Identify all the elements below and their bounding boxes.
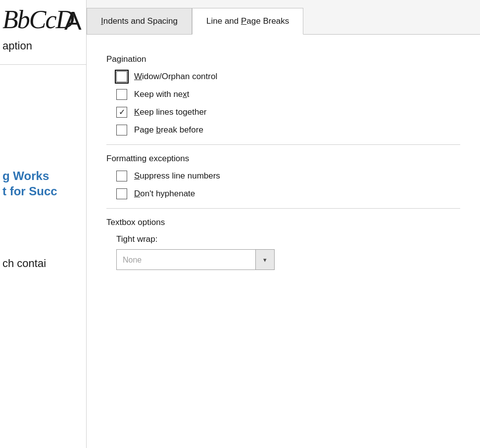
blue-line1: g Works <box>2 168 84 183</box>
blue-line2: t for Succ <box>2 183 84 199</box>
suppress-line-numbers-row[interactable]: Suppress line numbers <box>116 171 460 181</box>
textbox-options-header: Textbox options <box>106 218 460 227</box>
tight-wrap-select[interactable]: None All First and last paragraphs First… <box>116 249 256 270</box>
textbox-options-section: Textbox options Tight wrap: None All Fir… <box>106 218 460 270</box>
letter-a-sample: A <box>64 6 82 36</box>
page-break-before-row[interactable]: Page break before <box>116 125 460 135</box>
suppress-line-numbers-label: Suppress line numbers <box>134 171 220 181</box>
font-preview-italic: BbCcD <box>2 5 73 34</box>
blue-text-block: g Works t for Succ <box>0 168 87 199</box>
pagination-checkboxes: Widow/Orphan control Keep with next Keep… <box>116 71 460 135</box>
tight-wrap-dropdown-container: None All First and last paragraphs First… <box>116 249 275 270</box>
formatting-exceptions-header: Formatting exceptions <box>106 154 460 164</box>
tab-bar: Indents and Spacing Line and Page Breaks <box>87 0 480 35</box>
tight-wrap-dropdown-arrow[interactable]: ▾ <box>256 249 275 270</box>
keep-lines-together-row[interactable]: Keep lines together <box>116 107 460 118</box>
tab-page-underline-char: P <box>241 16 246 26</box>
keep-with-next-row[interactable]: Keep with next <box>116 89 460 100</box>
caption-text: aption <box>2 40 32 52</box>
left-divider <box>0 64 87 65</box>
tight-wrap-label: Tight wrap: <box>116 234 460 244</box>
widow-orphan-label: Widow/Orphan control <box>134 72 217 82</box>
keep-lines-together-checkbox[interactable] <box>116 107 127 118</box>
page-break-before-checkbox[interactable] <box>116 125 127 135</box>
body-text-preview: ch contai <box>0 257 87 270</box>
tab-line-breaks-label: Line and Page Breaks <box>206 16 289 26</box>
widow-orphan-row[interactable]: Widow/Orphan control <box>116 71 460 82</box>
dont-hyphenate-label: Don't hyphenate <box>134 189 195 199</box>
divider-1 <box>106 144 460 145</box>
left-panel: BbCcD A aption g Works t for Succ ch con… <box>0 0 87 448</box>
dialog-panel: Indents and Spacing Line and Page Breaks… <box>87 0 480 448</box>
chevron-down-icon: ▾ <box>263 256 267 264</box>
tab-indents-underline-char: I <box>101 16 103 26</box>
keep-lines-together-label: Keep lines together <box>134 107 207 117</box>
pagination-header: Pagination <box>106 54 460 64</box>
tab-indents-and-spacing[interactable]: Indents and Spacing <box>87 8 192 35</box>
widow-orphan-checkbox[interactable] <box>116 71 127 82</box>
suppress-line-numbers-checkbox[interactable] <box>116 171 127 181</box>
dont-hyphenate-checkbox[interactable] <box>116 188 127 199</box>
italic-sample: BbCcD <box>2 5 73 34</box>
formatting-exceptions-checkboxes: Suppress line numbers Don't hyphenate <box>116 171 460 199</box>
keep-with-next-label: Keep with next <box>134 90 190 99</box>
dont-hyphenate-row[interactable]: Don't hyphenate <box>116 188 460 199</box>
tab-line-and-page-breaks[interactable]: Line and Page Breaks <box>192 8 303 35</box>
divider-2 <box>106 208 460 209</box>
tab-indents-label: Indents and Spacing <box>101 16 178 26</box>
page-break-before-label: Page break before <box>134 125 203 135</box>
dialog-content: Pagination Widow/Orphan control Keep wit… <box>87 35 480 448</box>
keep-with-next-checkbox[interactable] <box>116 89 127 100</box>
